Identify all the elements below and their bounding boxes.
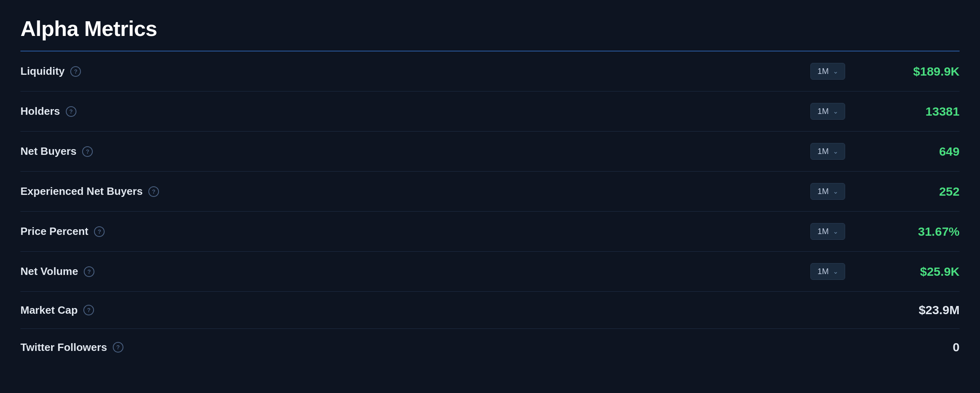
metric-center-liquidity: 1M⌄ [433,63,845,80]
metric-center-holders: 1M⌄ [433,103,845,120]
metric-label-experienced-net-buyers: Experienced Net Buyers [20,185,143,198]
period-selector-experienced-net-buyers[interactable]: 1M⌄ [810,183,845,200]
metric-label-price-percent: Price Percent [20,225,88,238]
chevron-down-icon-holders: ⌄ [833,107,838,115]
metric-left-liquidity: Liquidity? [20,65,433,78]
metric-left-holders: Holders? [20,105,433,118]
metric-label-net-buyers: Net Buyers [20,145,76,158]
period-text-liquidity: 1M [817,67,829,76]
info-icon-experienced-net-buyers[interactable]: ? [148,186,159,197]
period-text-price-percent: 1M [817,227,829,236]
metric-value-liquidity: $189.9K [845,65,960,78]
metric-row-liquidity: Liquidity?1M⌄$189.9K [20,51,960,92]
metric-value-net-buyers: 649 [845,145,960,159]
metric-center-net-volume: 1M⌄ [433,263,845,280]
metric-label-liquidity: Liquidity [20,65,65,78]
metric-center-price-percent: 1M⌄ [433,223,845,240]
page-title: Alpha Metrics [20,16,960,41]
metric-row-net-volume: Net Volume?1M⌄$25.9K [20,252,960,292]
metric-label-market-cap: Market Cap [20,304,78,317]
metric-left-market-cap: Market Cap? [20,304,433,317]
period-text-holders: 1M [817,107,829,116]
metric-label-twitter-followers: Twitter Followers [20,341,107,354]
period-selector-net-volume[interactable]: 1M⌄ [810,263,845,280]
chevron-down-icon-price-percent: ⌄ [833,228,838,235]
info-icon-holders[interactable]: ? [66,106,76,117]
chevron-down-icon-liquidity: ⌄ [833,67,838,75]
metric-row-market-cap: Market Cap?$23.9M [20,292,960,329]
info-icon-net-volume[interactable]: ? [84,266,94,277]
metric-left-net-buyers: Net Buyers? [20,145,433,158]
metrics-table: Liquidity?1M⌄$189.9KHolders?1M⌄13381Net … [20,51,960,366]
period-text-experienced-net-buyers: 1M [817,187,829,196]
metric-left-price-percent: Price Percent? [20,225,433,238]
metric-left-twitter-followers: Twitter Followers? [20,341,433,354]
metric-center-experienced-net-buyers: 1M⌄ [433,183,845,200]
metric-value-holders: 13381 [845,105,960,118]
period-selector-liquidity[interactable]: 1M⌄ [810,63,845,80]
metric-value-net-volume: $25.9K [845,265,960,279]
metric-row-twitter-followers: Twitter Followers?0 [20,329,960,366]
chevron-down-icon-experienced-net-buyers: ⌄ [833,188,838,195]
period-selector-net-buyers[interactable]: 1M⌄ [810,143,845,160]
metric-value-market-cap: $23.9M [845,303,960,317]
info-icon-liquidity[interactable]: ? [70,66,81,77]
metric-row-experienced-net-buyers: Experienced Net Buyers?1M⌄252 [20,172,960,212]
metric-row-net-buyers: Net Buyers?1M⌄649 [20,132,960,172]
period-text-net-volume: 1M [817,267,829,276]
period-selector-holders[interactable]: 1M⌄ [810,103,845,120]
metric-label-holders: Holders [20,105,60,118]
chevron-down-icon-net-volume: ⌄ [833,268,838,275]
metric-value-twitter-followers: 0 [845,340,960,354]
info-icon-net-buyers[interactable]: ? [82,146,93,157]
metric-center-net-buyers: 1M⌄ [433,143,845,160]
metric-left-experienced-net-buyers: Experienced Net Buyers? [20,185,433,198]
metric-value-price-percent: 31.67% [845,225,960,239]
info-icon-twitter-followers[interactable]: ? [113,342,123,353]
metric-value-experienced-net-buyers: 252 [845,185,960,199]
info-icon-price-percent[interactable]: ? [94,226,105,237]
chevron-down-icon-net-buyers: ⌄ [833,147,838,155]
period-selector-price-percent[interactable]: 1M⌄ [810,223,845,240]
metric-left-net-volume: Net Volume? [20,265,433,278]
info-icon-market-cap[interactable]: ? [83,305,94,315]
metric-label-net-volume: Net Volume [20,265,78,278]
period-text-net-buyers: 1M [817,147,829,156]
metric-row-price-percent: Price Percent?1M⌄31.67% [20,212,960,252]
metric-row-holders: Holders?1M⌄13381 [20,92,960,132]
